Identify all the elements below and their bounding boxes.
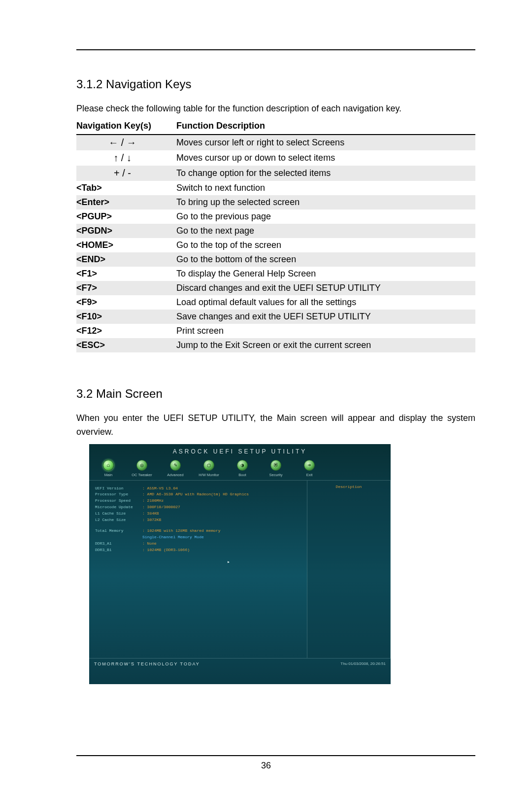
tab-main[interactable]: ⌂Main [96, 460, 121, 477]
para-navkeys: Please check the following table for the… [76, 102, 475, 116]
navigation-keys-table: Navigation Key(s) Function Description ←… [76, 119, 475, 352]
table-row: <Enter>To bring up the selected screen [76, 195, 475, 209]
para-main-screen: When you enter the UEFI SETUP UTILITY, t… [76, 412, 475, 439]
table-row: + / -To change option for the selected i… [76, 166, 475, 181]
uefi-info-row: UEFI Version: A55M-VS L3.04 [95, 486, 301, 492]
tab-exit-icon: ➔ [304, 460, 315, 471]
nav-desc-cell: Load optimal default values for all the … [172, 295, 475, 310]
uefi-mem-row: Single-Channel Memory Mode [95, 534, 301, 541]
nav-desc-cell: Print screen [172, 324, 475, 338]
nav-desc-cell: Discard changes and exit the UEFI SETUP … [172, 281, 475, 295]
table-row: <END>Go to the bottom of the screen [76, 252, 475, 267]
page-number: 36 [0, 761, 532, 771]
table-row: <ESC>Jump to the Exit Screen or exit the… [76, 338, 475, 352]
uefi-info-row: L1 Cache Size: 384KB [95, 511, 301, 517]
bottom-rule [76, 755, 475, 756]
nav-key-cell: <Enter> [76, 195, 172, 209]
uefi-desc-panel: Description [307, 481, 391, 658]
uefi-info-key: Microcode Update [95, 504, 142, 511]
table-row: ↑ / ↓Moves cursor up or down to select i… [76, 150, 475, 166]
tab-main-label: Main [104, 473, 112, 477]
uefi-mem-row: DDR3_B1: 1024MB (DDR3-1066) [95, 547, 301, 554]
heading-main-screen: 3.2 Main Screen [76, 387, 475, 401]
tab-boot-label: Boot [238, 473, 246, 477]
uefi-info-panel: UEFI Version: A55M-VS L3.04Processor Typ… [89, 481, 307, 658]
uefi-info-key: UEFI Version [95, 486, 142, 492]
tab-boot[interactable]: ◑Boot [230, 460, 255, 477]
heading-navigation-keys: 3.1.2 Navigation Keys [76, 77, 475, 91]
nav-key-cell: <F1> [76, 267, 172, 281]
top-rule [76, 49, 475, 50]
uefi-mem-key [95, 534, 142, 541]
th-nav-keys: Navigation Key(s) [76, 119, 172, 135]
uefi-info-val: : 384KB [142, 511, 159, 517]
uefi-info-key: Processor Speed [95, 498, 142, 504]
nav-desc-cell: Moves cursor up or down to select items [172, 150, 475, 166]
nav-key-cell: <F9> [76, 295, 172, 310]
uefi-mem-row: Total Memory: 1024MB with 128MB shared m… [95, 528, 301, 534]
nav-desc-cell: Go to the previous page [172, 209, 475, 224]
table-row: <F1>To display the General Help Screen [76, 267, 475, 281]
uefi-mem-val: : None [142, 541, 157, 547]
uefi-mem-row: DDR3_A1: None [95, 541, 301, 547]
tab-hw-monitor-label: H/W Monitor [199, 473, 219, 477]
uefi-footer-left: TOMORROW'S TECHNOLOGY TODAY [94, 661, 200, 666]
nav-key-cell: <ESC> [76, 338, 172, 352]
nav-key-cell: <HOME> [76, 238, 172, 252]
uefi-info-key: Processor Type [95, 491, 142, 498]
uefi-footer-right: Thu 01/03/2008, 20:26:51 [340, 661, 386, 666]
nav-desc-cell: To display the General Help Screen [172, 267, 475, 281]
cursor-icon: ▸ [227, 558, 230, 566]
nav-key-cell: <F10> [76, 310, 172, 324]
tab-advanced-label: Advanced [167, 473, 183, 477]
uefi-info-val: : A55M-VS L3.04 [142, 486, 178, 492]
tab-oc-tweaker[interactable]: ◎OC Tweaker [130, 460, 154, 477]
table-row: <F10>Save changes and exit the UEFI SETU… [76, 310, 475, 324]
tab-oc-tweaker-label: OC Tweaker [132, 473, 152, 477]
nav-desc-cell: Moves cursor left or right to select Scr… [172, 135, 475, 150]
uefi-mem-val: : 1024MB with 128MB shared memory [142, 528, 220, 534]
uefi-info-val: : AMD A6-3530 APU with Radeon(tm) HD Gra… [142, 491, 249, 498]
uefi-info-row: Processor Type: AMD A6-3530 APU with Rad… [95, 491, 301, 498]
table-row: <F7>Discard changes and exit the UEFI SE… [76, 281, 475, 295]
nav-desc-cell: To change option for the selected items [172, 166, 475, 181]
uefi-info-val: : 2100MHz [142, 498, 164, 504]
tab-security[interactable]: ⛨Security [264, 460, 288, 477]
tab-hw-monitor[interactable]: ▢H/W Monitor [197, 460, 221, 477]
uefi-desc-label: Description [311, 485, 386, 489]
nav-desc-cell: To bring up the selected screen [172, 195, 475, 209]
uefi-info-val: : 300F10/3000027 [142, 504, 180, 511]
table-row: <F12>Print screen [76, 324, 475, 338]
uefi-info-key: L1 Cache Size [95, 511, 142, 517]
nav-key-cell: ↑ / ↓ [76, 150, 172, 166]
th-func-desc: Function Description [172, 119, 475, 135]
nav-desc-cell: Switch to next function [172, 181, 475, 195]
uefi-info-row: Microcode Update: 300F10/3000027 [95, 504, 301, 511]
nav-desc-cell: Go to the top of the screen [172, 238, 475, 252]
nav-desc-cell: Go to the next page [172, 224, 475, 238]
nav-key-cell: <Tab> [76, 181, 172, 195]
uefi-info-key: L2 Cache Size [95, 517, 142, 523]
uefi-screenshot: ASROCK UEFI SETUP UTILITY ⌂Main◎OC Tweak… [89, 444, 391, 684]
uefi-mem-key: DDR3_B1 [95, 547, 142, 554]
tab-main-icon: ⌂ [103, 460, 114, 471]
table-row: <PGDN>Go to the next page [76, 224, 475, 238]
nav-key-cell: <F7> [76, 281, 172, 295]
tab-exit-label: Exit [306, 473, 313, 477]
uefi-mem-val: : 1024MB (DDR3-1066) [142, 547, 190, 554]
tab-advanced[interactable]: ✎Advanced [163, 460, 188, 477]
table-row: ← / →Moves cursor left or right to selec… [76, 135, 475, 150]
uefi-mem-val: Single-Channel Memory Mode [142, 534, 204, 541]
nav-key-cell: <F12> [76, 324, 172, 338]
uefi-info-row: Processor Speed: 2100MHz [95, 498, 301, 504]
table-row: <PGUP>Go to the previous page [76, 209, 475, 224]
tab-exit[interactable]: ➔Exit [297, 460, 322, 477]
uefi-mem-key: DDR3_A1 [95, 541, 142, 547]
nav-key-cell: <PGDN> [76, 224, 172, 238]
nav-desc-cell: Save changes and exit the UEFI SETUP UTI… [172, 310, 475, 324]
uefi-info-val: : 3072KB [142, 517, 161, 523]
tab-security-label: Security [269, 473, 282, 477]
table-row: <HOME>Go to the top of the screen [76, 238, 475, 252]
tab-oc-tweaker-icon: ◎ [136, 460, 147, 471]
tab-hw-monitor-icon: ▢ [203, 460, 214, 471]
